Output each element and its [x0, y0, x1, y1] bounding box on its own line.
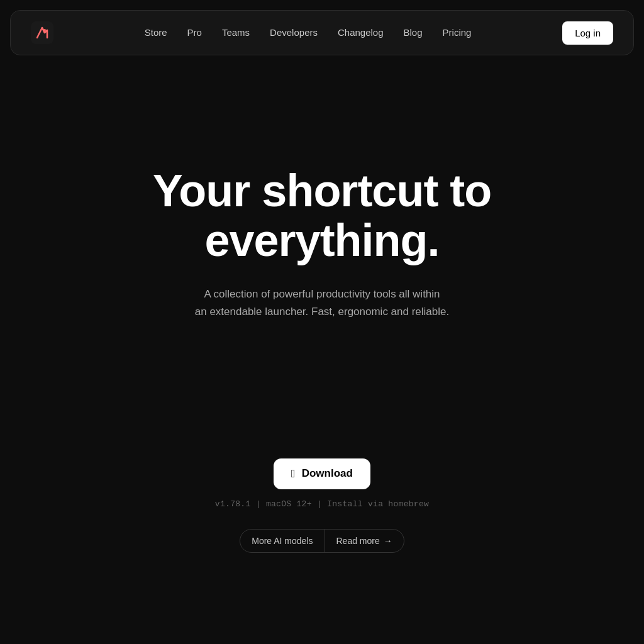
svg-rect-0 [31, 21, 53, 44]
ai-models-label: More AI models [240, 530, 325, 552]
nav-item-pro[interactable]: Pro [187, 27, 202, 38]
nav-item-store[interactable]: Store [145, 27, 167, 38]
hero-subtitle: A collection of powerful productivity to… [195, 286, 449, 319]
logo-icon [31, 21, 53, 44]
read-more-button[interactable]: Read more → [325, 530, 404, 552]
version-info: v1.78.1 | macOS 12+ | Install via homebr… [215, 499, 429, 509]
svg-point-1 [43, 29, 46, 31]
logo[interactable] [31, 21, 53, 44]
nav-item-teams[interactable]: Teams [222, 27, 250, 38]
nav-item-changelog[interactable]: Changelog [338, 27, 384, 38]
nav-item-blog[interactable]: Blog [404, 27, 423, 38]
login-button[interactable]: Log in [562, 21, 613, 45]
ai-banner: More AI models Read more → [240, 529, 404, 553]
nav-links: Store Pro Teams Developers Changelog Blo… [145, 27, 472, 38]
navbar: Store Pro Teams Developers Changelog Blo… [10, 10, 634, 55]
apple-icon:  [291, 467, 296, 480]
hero-section: Your shortcut to everything. A collectio… [0, 65, 644, 320]
nav-item-pricing[interactable]: Pricing [443, 27, 472, 38]
hero-title: Your shortcut to everything. [102, 166, 542, 265]
download-button[interactable]:  Download [274, 458, 370, 489]
nav-item-developers[interactable]: Developers [270, 27, 318, 38]
arrow-icon: → [384, 536, 392, 546]
cta-section:  Download v1.78.1 | macOS 12+ | Install… [0, 458, 644, 553]
